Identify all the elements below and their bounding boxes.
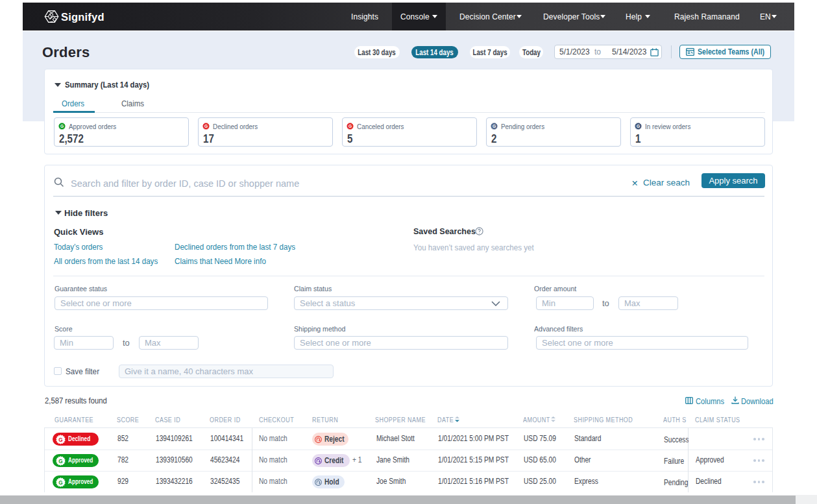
svg-text:G: G bbox=[58, 479, 62, 485]
svg-text:G: G bbox=[58, 458, 62, 464]
svg-text:G: G bbox=[60, 124, 64, 128]
svg-text:G: G bbox=[348, 124, 352, 128]
svg-text:G: G bbox=[493, 124, 496, 128]
svg-text:G: G bbox=[637, 124, 640, 128]
svg-text:G: G bbox=[58, 437, 62, 442]
svg-text:G: G bbox=[204, 124, 208, 128]
